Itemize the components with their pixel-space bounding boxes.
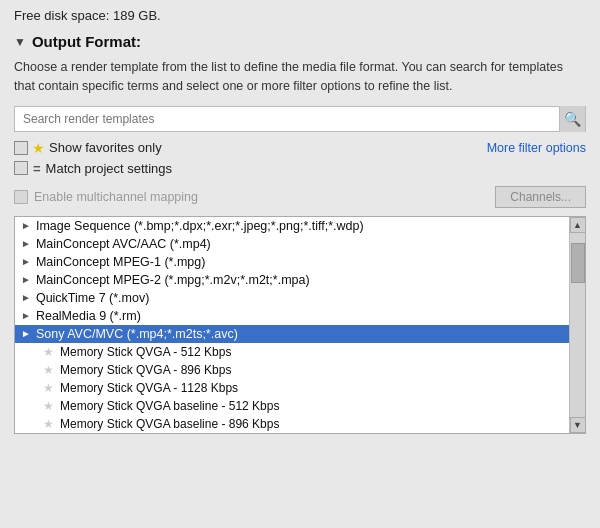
list-group-item[interactable]: ►Image Sequence (*.bmp;*.dpx;*.exr;*.jpe…	[15, 217, 569, 235]
template-list[interactable]: ►Image Sequence (*.bmp;*.dpx;*.exr;*.jpe…	[15, 217, 569, 433]
match-project-checkbox[interactable]	[14, 161, 28, 175]
output-format-description: Choose a render template from the list t…	[14, 58, 586, 96]
scrollbar-down-button[interactable]: ▼	[570, 417, 586, 433]
expand-triangle-icon: ►	[21, 220, 31, 231]
list-subitem-label: Memory Stick QVGA baseline - 512 Kbps	[60, 399, 279, 413]
output-format-header: ▼ Output Format:	[14, 33, 586, 50]
favorites-checkbox[interactable]	[14, 141, 28, 155]
list-item-label: MainConcept MPEG-2 (*.mpg;*.m2v;*.m2t;*.…	[36, 273, 310, 287]
multichannel-checkbox	[14, 190, 28, 204]
list-group-item[interactable]: ►MainConcept AVC/AAC (*.mp4)	[15, 235, 569, 253]
list-group-item[interactable]: ►RealMedia 9 (*.rm)	[15, 307, 569, 325]
more-filter-options-link[interactable]: More filter options	[487, 141, 586, 155]
list-subitem-label: Memory Stick QVGA - 1128 Kbps	[60, 381, 238, 395]
multichannel-row: Enable multichannel mapping Channels...	[14, 186, 586, 208]
channels-button: Channels...	[495, 186, 586, 208]
list-item-label: QuickTime 7 (*.mov)	[36, 291, 149, 305]
list-subitem-label: Memory Stick QVGA - 896 Kbps	[60, 363, 231, 377]
star-sub-icon: ★	[43, 381, 54, 395]
search-icon: 🔍	[564, 111, 581, 127]
star-sub-icon: ★	[43, 345, 54, 359]
favorites-filter-row: ★ Show favorites only More filter option…	[14, 140, 586, 156]
list-item-label: Sony AVC/MVC (*.mp4;*.m2ts;*.avc)	[36, 327, 238, 341]
star-sub-icon: ★	[43, 417, 54, 431]
expand-triangle-icon: ►	[21, 238, 31, 249]
list-subitem-label: Memory Stick QVGA - 512 Kbps	[60, 345, 231, 359]
list-sub-item[interactable]: ★Memory Stick QVGA baseline - 896 Kbps	[15, 415, 569, 433]
expand-triangle-icon: ►	[21, 310, 31, 321]
search-bar: 🔍	[14, 106, 586, 132]
list-group-item[interactable]: ►MainConcept MPEG-2 (*.mpg;*.m2v;*.m2t;*…	[15, 271, 569, 289]
list-group-item[interactable]: ►Sony AVC/MVC (*.mp4;*.m2ts;*.avc)	[15, 325, 569, 343]
scrollbar-thumb-area	[570, 233, 585, 417]
list-sub-item[interactable]: ★Memory Stick QVGA - 1128 Kbps	[15, 379, 569, 397]
list-item-label: MainConcept AVC/AAC (*.mp4)	[36, 237, 211, 251]
list-item-label: MainConcept MPEG-1 (*.mpg)	[36, 255, 206, 269]
expand-triangle-icon: ►	[21, 328, 31, 339]
expand-triangle-icon: ►	[21, 256, 31, 267]
favorites-label: Show favorites only	[49, 140, 162, 155]
match-project-label: Match project settings	[46, 161, 172, 176]
list-item-label: RealMedia 9 (*.rm)	[36, 309, 141, 323]
search-icon-button[interactable]: 🔍	[559, 106, 585, 132]
list-subitem-label: Memory Stick QVGA baseline - 896 Kbps	[60, 417, 279, 431]
expand-triangle-icon: ►	[21, 274, 31, 285]
disk-space-label: Free disk space: 189 GB.	[14, 8, 586, 23]
star-sub-icon: ★	[43, 399, 54, 413]
list-group-item[interactable]: ►MainConcept MPEG-1 (*.mpg)	[15, 253, 569, 271]
star-sub-icon: ★	[43, 363, 54, 377]
list-sub-item[interactable]: ★Memory Stick QVGA baseline - 512 Kbps	[15, 397, 569, 415]
expand-triangle-icon: ►	[21, 292, 31, 303]
match-project-row: = Match project settings	[14, 161, 586, 176]
collapse-triangle-icon[interactable]: ▼	[14, 35, 26, 49]
search-input[interactable]	[15, 112, 559, 126]
list-sub-item[interactable]: ★Memory Stick QVGA - 896 Kbps	[15, 361, 569, 379]
scrollbar-track: ▲ ▼	[569, 217, 585, 433]
list-group-item[interactable]: ►QuickTime 7 (*.mov)	[15, 289, 569, 307]
template-list-container: ►Image Sequence (*.bmp;*.dpx;*.exr;*.jpe…	[14, 216, 586, 434]
output-format-title: Output Format:	[32, 33, 141, 50]
equals-icon: =	[32, 161, 42, 176]
multichannel-label: Enable multichannel mapping	[34, 190, 198, 204]
scrollbar-thumb[interactable]	[571, 243, 585, 283]
list-sub-item[interactable]: ★Memory Stick QVGA - 512 Kbps	[15, 343, 569, 361]
star-icon: ★	[32, 140, 45, 156]
scrollbar-up-button[interactable]: ▲	[570, 217, 586, 233]
list-item-label: Image Sequence (*.bmp;*.dpx;*.exr;*.jpeg…	[36, 219, 364, 233]
